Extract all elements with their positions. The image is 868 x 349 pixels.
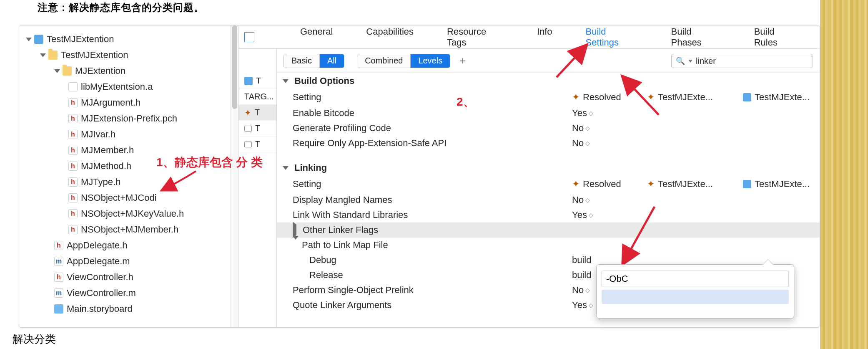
tab-resource-tags[interactable]: Resource Tags: [430, 26, 520, 48]
file-tree-row[interactable]: hMJArgument.h: [19, 95, 231, 111]
setting-name: Quote Linker Arguments: [293, 300, 572, 311]
bottom-note-text: 解决分类: [13, 332, 56, 346]
file-tree-label: MJExtension-Prefix.pch: [81, 113, 177, 124]
scope-all[interactable]: All: [320, 54, 344, 68]
tab-capabilities[interactable]: Capabilities: [349, 26, 430, 37]
section-title: Linking: [294, 162, 327, 173]
col-setting: Setting: [293, 179, 572, 190]
target-item[interactable]: T: [238, 121, 276, 137]
setting-row[interactable]: Link With Standard LibrariesYes ◇: [277, 207, 820, 223]
file-tree-row[interactable]: hAppDelegate.h: [19, 238, 231, 253]
setting-name: Release: [293, 270, 572, 281]
a-icon: [68, 82, 78, 91]
extension-icon: [244, 142, 252, 147]
linker-flag-value: -ObC: [606, 273, 628, 284]
stepper-icon[interactable]: ◇: [585, 125, 589, 132]
setting-value[interactable]: Yes ◇: [572, 108, 647, 119]
popup-selection-row[interactable]: [602, 290, 789, 304]
setting-value[interactable]: Yes ◇: [572, 210, 647, 220]
sidebar-scrollbar[interactable]: [231, 25, 238, 327]
navigator-toggle-icon[interactable]: [244, 32, 254, 42]
file-tree-row[interactable]: hMJMethod.h: [19, 158, 231, 174]
project-icon: [743, 180, 751, 188]
project-item-label: T: [256, 76, 261, 86]
file-tree-row[interactable]: libMyExtentsion.a: [19, 79, 231, 95]
scrollbar-thumb[interactable]: [232, 25, 237, 109]
setting-row[interactable]: Require Only App-Extension-Safe APINo ◇: [277, 136, 820, 151]
setting-value[interactable]: No ◇: [572, 195, 647, 205]
stepper-icon[interactable]: ◇: [589, 110, 592, 116]
stepper-icon[interactable]: ◇: [589, 302, 592, 309]
file-tree-row[interactable]: Main.storyboard: [19, 301, 231, 317]
file-tree-row[interactable]: hMJExtension-Prefix.pch: [19, 111, 231, 126]
settings-section-header[interactable]: Linking: [277, 160, 820, 176]
file-tree-row[interactable]: hNSObject+MJCodi: [19, 190, 231, 206]
stepper-icon[interactable]: ◇: [585, 197, 589, 203]
setting-value[interactable]: No ◇: [572, 123, 647, 134]
tab-build-settings[interactable]: Build Settings: [569, 26, 655, 48]
h-icon: h: [68, 225, 78, 234]
disclosure-triangle-icon[interactable]: [26, 38, 32, 41]
file-tree-row[interactable]: TestMJExtention: [19, 47, 231, 63]
file-tree-row[interactable]: TestMJExtention: [19, 31, 231, 47]
search-input[interactable]: [696, 56, 808, 66]
file-tree-label: MJType.h: [81, 177, 120, 187]
stepper-icon[interactable]: ◇: [585, 287, 589, 293]
add-build-setting-button[interactable]: +: [459, 54, 466, 67]
file-tree-row[interactable]: hNSObject+MJMember.h: [19, 222, 231, 238]
file-tree-row[interactable]: hMJIvar.h: [19, 126, 231, 142]
setting-name: Path to Link Map File: [293, 240, 572, 250]
h-icon: h: [68, 193, 78, 202]
search-field[interactable]: 🔍: [671, 54, 813, 68]
view-levels[interactable]: Levels: [411, 54, 450, 68]
setting-name: Generate Profiling Code: [293, 123, 572, 134]
disclosure-triangle-icon[interactable]: [283, 166, 288, 170]
popup-tail-icon: [763, 260, 773, 265]
disclosure-triangle-icon[interactable]: [293, 236, 299, 250]
disclosure-triangle-icon[interactable]: [54, 69, 60, 73]
setting-name: Link With Standard Libraries: [293, 210, 572, 220]
disclosure-triangle-icon[interactable]: [40, 53, 46, 57]
target-item[interactable]: T: [238, 137, 276, 152]
file-tree-row[interactable]: mViewController.m: [19, 285, 231, 301]
drafting-icon: ✦: [572, 179, 580, 190]
file-tree-label: MJMember.h: [81, 145, 134, 156]
tab-info[interactable]: Info: [520, 26, 569, 37]
tab-general[interactable]: General: [283, 26, 349, 37]
setting-row[interactable]: Generate Profiling CodeNo ◇: [277, 121, 820, 136]
file-tree-row[interactable]: hViewController.h: [19, 269, 231, 285]
project-item[interactable]: T: [238, 73, 276, 89]
setting-row[interactable]: Path to Link Map File: [277, 238, 820, 253]
target-item-selected[interactable]: ✦ T: [238, 105, 276, 121]
file-tree-row[interactable]: MJExtention: [19, 63, 231, 79]
tab-build-phases[interactable]: Build Phases: [654, 26, 737, 48]
view-combined[interactable]: Combined: [357, 54, 411, 68]
col-target: ✦ TestMJExte...: [647, 179, 743, 190]
setting-name: Other Linker Flags: [293, 225, 572, 235]
extension-icon: [244, 126, 252, 132]
setting-value[interactable]: No ◇: [572, 138, 647, 149]
disclosure-triangle-icon[interactable]: [283, 79, 288, 83]
editor-tabs: GeneralCapabilitiesResource TagsInfoBuil…: [238, 25, 820, 49]
tab-build-rules[interactable]: Build Rules: [738, 26, 814, 48]
stepper-icon[interactable]: ◇: [585, 140, 589, 147]
settings-section-header[interactable]: Build Options: [277, 73, 820, 89]
linker-flag-input[interactable]: -ObC: [602, 271, 789, 287]
setting-row[interactable]: Display Mangled NamesNo ◇: [277, 192, 820, 207]
chevron-down-icon[interactable]: [688, 60, 692, 63]
settings-column-header: Setting✦ Resolved✦ TestMJExte... TestMJE…: [277, 89, 820, 106]
settings-column-header: Setting✦ Resolved✦ TestMJExte... TestMJE…: [277, 176, 820, 192]
setting-row[interactable]: Enable BitcodeYes ◇: [277, 106, 820, 121]
file-tree-row[interactable]: hNSObject+MJKeyValue.h: [19, 206, 231, 222]
stepper-icon[interactable]: ◇: [589, 212, 592, 218]
col-project: TestMJExte...: [743, 92, 820, 103]
col-resolved: ✦ Resolved: [572, 179, 647, 190]
drafting-icon: ✦: [244, 108, 251, 118]
target-item-label: T: [255, 124, 260, 133]
file-tree-row[interactable]: hMJType.h: [19, 174, 231, 190]
file-tree-row[interactable]: hMJMember.h: [19, 142, 231, 158]
file-tree-row[interactable]: mAppDelegate.m: [19, 253, 231, 269]
setting-row[interactable]: Other Linker Flags: [277, 223, 820, 238]
scope-basic[interactable]: Basic: [284, 54, 320, 68]
setting-name: Display Mangled Names: [293, 195, 572, 205]
